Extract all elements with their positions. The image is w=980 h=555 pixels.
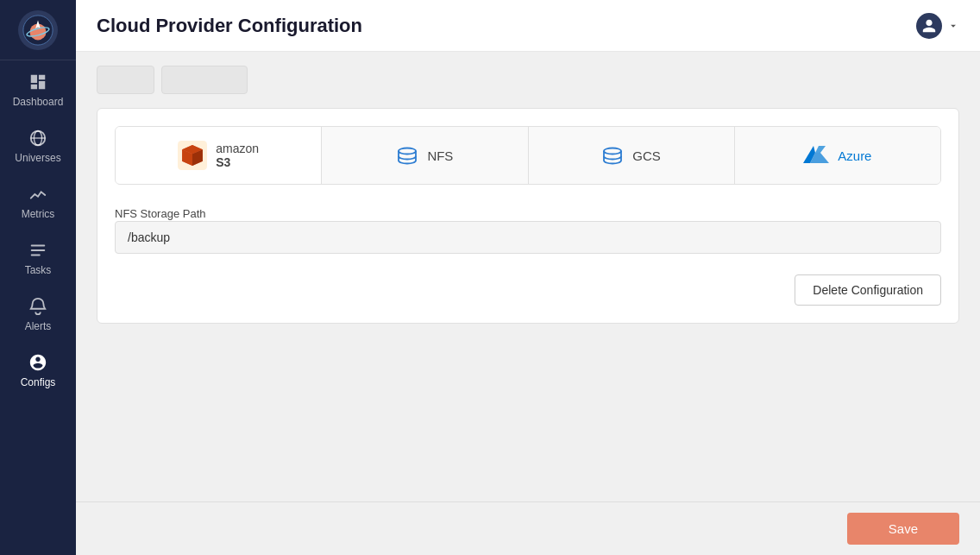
page-header: Cloud Provider Configuration bbox=[76, 0, 980, 52]
gcs-tab-label: GCS bbox=[632, 148, 661, 163]
provider-tab-s3[interactable]: amazonS3 bbox=[116, 127, 322, 184]
nfs-icon bbox=[396, 144, 418, 167]
storage-path-label: NFS Storage Path bbox=[115, 207, 206, 220]
logo-area bbox=[0, 0, 76, 60]
sidebar-item-universes-label: Universes bbox=[15, 152, 60, 164]
page-title: Cloud Provider Configuration bbox=[97, 15, 362, 37]
sidebar: Dashboard Universes Metrics Tasks Alerts bbox=[0, 0, 76, 555]
save-button[interactable]: Save bbox=[847, 513, 959, 545]
sidebar-item-dashboard[interactable]: Dashboard bbox=[0, 60, 76, 117]
user-menu[interactable] bbox=[916, 13, 959, 39]
user-icon bbox=[921, 18, 937, 34]
sidebar-item-tasks[interactable]: Tasks bbox=[0, 229, 76, 285]
dashboard-icon bbox=[28, 73, 47, 91]
sidebar-item-configs-label: Configs bbox=[21, 376, 56, 388]
alerts-icon bbox=[28, 297, 47, 316]
top-tab-1[interactable] bbox=[97, 66, 154, 94]
gcs-icon bbox=[601, 144, 624, 167]
s3-tab-label: amazonS3 bbox=[216, 142, 259, 169]
footer-bar: Save bbox=[76, 501, 980, 555]
sidebar-item-dashboard-label: Dashboard bbox=[13, 96, 64, 108]
svg-point-15 bbox=[399, 148, 416, 155]
sidebar-item-universes[interactable]: Universes bbox=[0, 117, 76, 173]
top-tab-2[interactable] bbox=[161, 66, 248, 94]
logo-icon bbox=[22, 14, 54, 47]
sidebar-item-configs[interactable]: Configs bbox=[0, 341, 76, 397]
storage-path-input[interactable] bbox=[115, 221, 941, 254]
s3-icon bbox=[178, 141, 207, 170]
configs-icon bbox=[28, 353, 47, 372]
sidebar-item-alerts-label: Alerts bbox=[25, 320, 52, 332]
main-content: amazonS3 NFS bbox=[76, 52, 980, 555]
sidebar-item-alerts[interactable]: Alerts bbox=[0, 285, 76, 341]
provider-tab-nfs[interactable]: NFS bbox=[322, 127, 528, 184]
provider-tab-azure[interactable]: Azure bbox=[735, 127, 940, 184]
azure-tab-label: Azure bbox=[838, 148, 871, 163]
sidebar-item-metrics-label: Metrics bbox=[22, 208, 55, 220]
metrics-icon bbox=[28, 185, 47, 204]
nfs-tab-label: NFS bbox=[427, 148, 453, 163]
svg-marker-19 bbox=[815, 146, 826, 153]
chevron-down-icon bbox=[947, 20, 959, 32]
form-group-storage-path: NFS Storage Path bbox=[115, 205, 941, 254]
user-avatar bbox=[916, 13, 942, 39]
azure-icon bbox=[803, 144, 829, 167]
sidebar-item-tasks-label: Tasks bbox=[25, 264, 52, 276]
universes-icon bbox=[28, 129, 47, 148]
tasks-icon bbox=[28, 241, 47, 260]
provider-tabs: amazonS3 NFS bbox=[115, 126, 941, 185]
provider-tab-gcs[interactable]: GCS bbox=[529, 127, 735, 184]
delete-config-button[interactable]: Delete Configuration bbox=[795, 274, 941, 306]
sidebar-item-metrics[interactable]: Metrics bbox=[0, 173, 76, 229]
main-area: Cloud Provider Configuration bbox=[76, 0, 980, 555]
app-logo bbox=[18, 10, 58, 50]
top-tab-row bbox=[97, 66, 959, 94]
svg-point-16 bbox=[604, 148, 621, 155]
provider-config-card: amazonS3 NFS bbox=[97, 108, 959, 324]
action-row: Delete Configuration bbox=[115, 261, 941, 306]
